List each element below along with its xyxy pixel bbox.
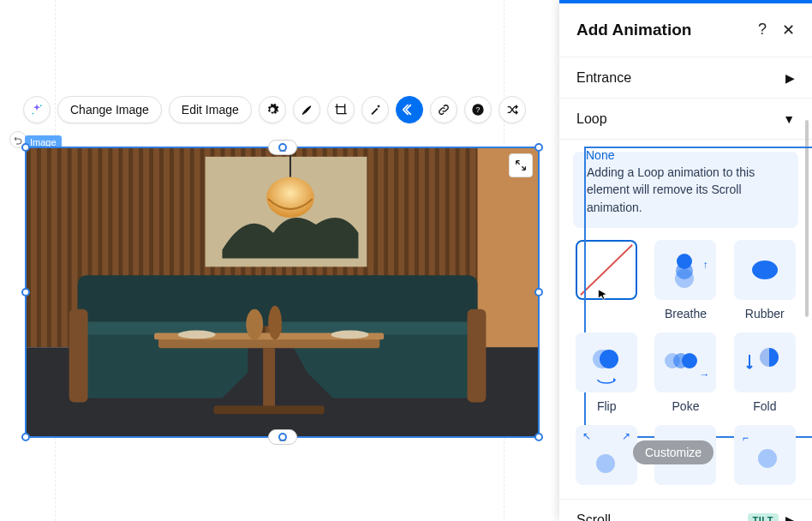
resize-handle[interactable] — [21, 143, 30, 152]
loop-section-body: Adding a Loop animation to this element … — [559, 139, 812, 499]
panel-title: Add Animation — [576, 21, 691, 39]
resize-handle[interactable] — [534, 433, 543, 441]
resize-handle[interactable] — [278, 143, 287, 152]
crop-button[interactable] — [327, 96, 355, 123]
ai-sparkle-button[interactable] — [23, 96, 51, 123]
anim-thumb-fold — [734, 332, 796, 392]
scroll-badge: TILT — [748, 513, 779, 522]
anim-option-other[interactable]: ⌐ — [731, 425, 798, 492]
svg-point-17 — [268, 306, 282, 340]
svg-rect-11 — [468, 309, 487, 403]
customize-button[interactable]: Customize — [633, 440, 713, 464]
anim-option-other[interactable]: ↖ ↗ — [573, 425, 640, 492]
chevron-right-icon: ▶ — [785, 71, 795, 85]
section-scroll[interactable]: Scroll TILT ▶ — [559, 499, 812, 521]
panel-help-icon[interactable]: ? — [758, 21, 767, 39]
anim-thumb: ↖ ↗ — [576, 425, 637, 485]
resize-handle[interactable] — [21, 288, 30, 296]
image-toolbar: Change Image Edit Image ? — [23, 96, 526, 123]
help-button[interactable]: ? — [464, 96, 492, 123]
chevron-down-icon: ▼ — [783, 112, 795, 126]
svg-point-22 — [266, 177, 314, 218]
svg-point-0 — [40, 105, 42, 106]
anim-option-none[interactable]: None — [573, 240, 640, 320]
animation-button[interactable] — [396, 96, 423, 123]
resize-handle[interactable] — [534, 288, 543, 296]
svg-rect-15 — [214, 405, 325, 414]
section-loop[interactable]: Loop ▼ — [559, 98, 812, 139]
svg-point-16 — [246, 309, 263, 340]
resize-handle[interactable] — [278, 433, 287, 441]
expand-icon[interactable] — [509, 153, 533, 177]
link-button[interactable] — [430, 96, 457, 123]
selected-image-frame[interactable] — [25, 147, 540, 438]
svg-point-1 — [33, 113, 34, 115]
resize-handle[interactable] — [534, 143, 543, 152]
svg-rect-14 — [263, 348, 275, 409]
image-content — [27, 148, 538, 436]
section-entrance[interactable]: Entrance ▶ — [559, 57, 812, 98]
settings-button[interactable] — [259, 96, 286, 123]
resize-handle[interactable] — [21, 433, 30, 441]
animation-panel: Add Animation ? ✕ Entrance ▶ Loop ▼ Addi… — [559, 0, 812, 521]
anim-thumb-flip — [576, 332, 637, 392]
anim-thumb-rubber — [734, 240, 796, 300]
magic-wand-button[interactable] — [361, 96, 389, 123]
svg-point-19 — [331, 330, 369, 338]
anim-thumb-breathe: ↑ — [654, 240, 716, 300]
svg-text:?: ? — [475, 105, 480, 114]
section-label: Entrance — [576, 70, 631, 86]
section-label: Loop — [576, 111, 607, 127]
anim-thumb: ⌐ — [734, 425, 796, 485]
brush-button[interactable] — [293, 96, 320, 123]
panel-close-icon[interactable]: ✕ — [782, 21, 795, 39]
chevron-right-icon: ▶ — [785, 513, 795, 522]
section-label: Scroll — [576, 512, 611, 522]
anim-thumb-poke: → — [654, 332, 716, 392]
svg-rect-10 — [69, 309, 88, 403]
change-image-button[interactable]: Change Image — [57, 96, 162, 123]
editor-canvas: Change Image Edit Image ? Image — [0, 0, 559, 521]
panel-header: Add Animation ? ✕ — [559, 3, 812, 57]
shuffle-button[interactable] — [499, 96, 526, 123]
svg-point-18 — [178, 330, 216, 338]
edit-image-button[interactable]: Edit Image — [169, 96, 252, 123]
